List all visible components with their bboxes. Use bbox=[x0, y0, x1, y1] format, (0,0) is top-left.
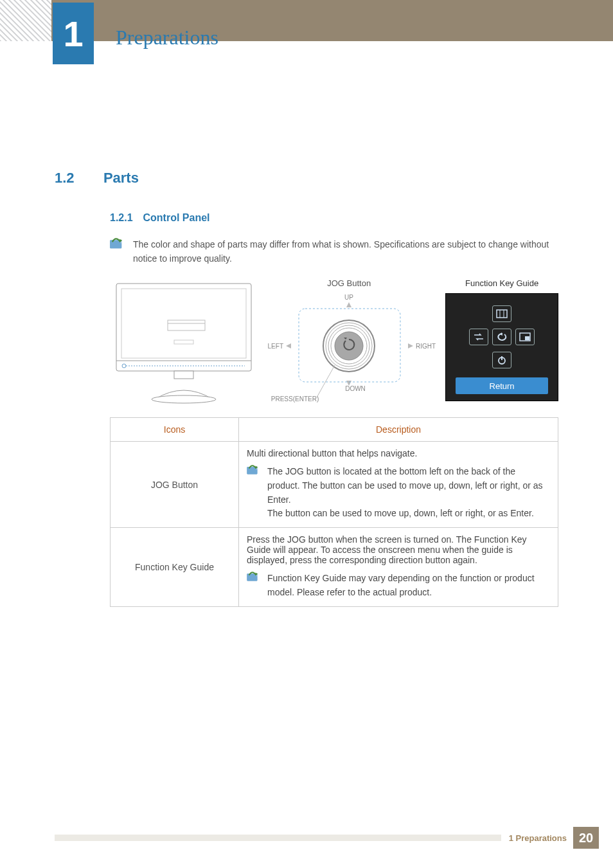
jog-up-label: UP bbox=[344, 294, 353, 301]
svg-point-11 bbox=[152, 395, 216, 403]
note-icon bbox=[247, 465, 260, 475]
chapter-number-badge: 1 bbox=[53, 3, 94, 64]
svg-rect-23 bbox=[525, 336, 529, 340]
jog-right-label: RIGHT bbox=[416, 343, 436, 350]
row-icon-name: JOG Button bbox=[111, 442, 239, 528]
fkg-source-icon bbox=[469, 329, 488, 345]
footer-section-label: 1 Preparations bbox=[509, 833, 567, 843]
fkg-back-icon bbox=[492, 329, 511, 345]
subsection-heading: 1.2.1 Control Panel bbox=[110, 212, 558, 224]
svg-rect-10 bbox=[174, 371, 193, 379]
description-table: Icons Description JOG Button Multi direc… bbox=[110, 417, 558, 606]
table-header-description: Description bbox=[239, 418, 558, 442]
control-panel-figure: JOG Button UP LEFT RIGHT DOWN PRESS(ENTE… bbox=[110, 278, 558, 407]
note-icon bbox=[247, 572, 260, 582]
svg-rect-19 bbox=[497, 310, 507, 318]
subsection-number: 1.2.1 bbox=[110, 212, 133, 223]
row-note: Function Key Guide may vary depending on… bbox=[267, 572, 550, 599]
row-note: The JOG button is located at the bottom … bbox=[267, 465, 550, 521]
page-footer: 1 Preparations 20 bbox=[0, 827, 613, 849]
jog-left-label: LEFT bbox=[268, 343, 283, 350]
row-description: Press the JOG button when the screen is … bbox=[247, 534, 550, 565]
footer-page-number: 20 bbox=[573, 827, 599, 849]
note-icon bbox=[110, 238, 124, 249]
jog-down-label: DOWN bbox=[345, 385, 366, 392]
subsection-title: Control Panel bbox=[143, 212, 209, 223]
notice-text: The color and shape of parts may differ … bbox=[133, 238, 558, 266]
section-heading: 1.2 Parts bbox=[55, 170, 558, 186]
monitor-front-illustration bbox=[110, 278, 253, 407]
fkg-power-icon bbox=[492, 352, 511, 368]
chapter-title: Preparations bbox=[116, 26, 218, 50]
function-key-guide-block: Function Key Guide bbox=[445, 278, 558, 401]
jog-diagram: JOG Button UP LEFT RIGHT DOWN PRESS(ENTE… bbox=[259, 278, 439, 406]
fkg-menu-icon bbox=[492, 305, 511, 322]
header-hatch bbox=[0, 0, 51, 41]
table-row: JOG Button Multi directional button that… bbox=[111, 442, 558, 528]
jog-button-label: JOG Button bbox=[259, 278, 439, 288]
fkg-pip-icon bbox=[515, 329, 535, 345]
row-icon-name: Function Key Guide bbox=[111, 528, 239, 606]
svg-line-18 bbox=[317, 365, 335, 397]
notice-block: The color and shape of parts may differ … bbox=[110, 238, 558, 266]
section-number: 1.2 bbox=[55, 170, 101, 186]
table-header-icons: Icons bbox=[111, 418, 239, 442]
table-row: Function Key Guide Press the JOG button … bbox=[111, 528, 558, 606]
footer-bar bbox=[55, 835, 501, 841]
jog-press-label: PRESS(ENTER) bbox=[271, 395, 319, 402]
svg-point-17 bbox=[335, 332, 363, 360]
row-description: Multi directional button that helps navi… bbox=[247, 448, 550, 458]
fkg-return-button: Return bbox=[456, 377, 548, 394]
section-title: Parts bbox=[103, 170, 139, 186]
function-key-guide-label: Function Key Guide bbox=[445, 278, 558, 288]
